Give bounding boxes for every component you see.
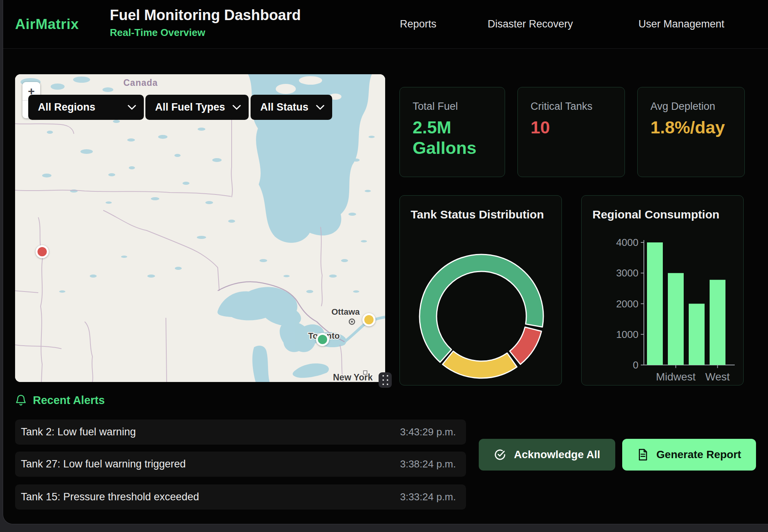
generate-report-label: Generate Report [656, 448, 741, 461]
stat-card-avg-depletion: Avg Depletion 1.8%/day [637, 87, 745, 177]
fuel-map[interactable]: Canada Toronto Ottawa New York + − All R… [15, 74, 385, 382]
map-label-canada: Canada [123, 78, 158, 88]
stat-label: Avg Depletion [650, 101, 744, 113]
tank-status-donut-chart [400, 196, 562, 386]
fuel-type-filter-dropdown[interactable]: All Fuel Types [145, 95, 249, 120]
alert-row: Tank 15: Pressure threshold exceeded 3:3… [15, 484, 466, 510]
page-title: Fuel Monitoring Dashboard [110, 7, 301, 24]
tank-marker-critical[interactable] [36, 245, 49, 258]
stat-card-total-fuel: Total Fuel 2.5M Gallons [399, 87, 505, 177]
stat-label: Critical Tanks [531, 101, 625, 113]
map-label-new-york: New York [333, 372, 373, 382]
stat-value: 1.8%/day [650, 117, 728, 138]
bar-region-3 [710, 280, 725, 365]
tank-marker-warning[interactable] [362, 313, 375, 326]
svg-text:4000: 4000 [616, 237, 638, 248]
alert-row: Tank 2: Low fuel warning 3:43:29 p.m. [15, 419, 466, 445]
svg-text:3000: 3000 [616, 267, 638, 279]
svg-text:Midwest: Midwest [656, 371, 696, 383]
recent-alerts-header: Recent Alerts [15, 394, 105, 407]
region-filter-dropdown[interactable]: All Regions [28, 95, 144, 120]
page-title-block: Fuel Monitoring Dashboard Real-Time Over… [110, 7, 301, 39]
donut-segment-critical [510, 327, 541, 364]
stat-label: Total Fuel [413, 101, 505, 113]
dashboard-app: AirMatrix Fuel Monitoring Dashboard Real… [3, 0, 768, 524]
alert-time: 3:43:29 p.m. [400, 426, 456, 438]
alert-text: Tank 27: Low fuel warning triggered [21, 458, 186, 470]
top-bar: AirMatrix Fuel Monitoring Dashboard Real… [3, 0, 768, 49]
fuel-type-filter-value: All Fuel Types [155, 101, 225, 113]
alert-text: Tank 2: Low fuel warning [21, 426, 136, 438]
alert-text: Tank 15: Pressure threshold exceeded [21, 491, 199, 503]
status-filter-value: All Status [260, 101, 309, 113]
recent-alerts-title: Recent Alerts [33, 394, 105, 407]
alert-row: Tank 27: Low fuel warning triggered 3:38… [15, 452, 466, 477]
check-circle-icon [494, 448, 506, 461]
donut-segment-warning [442, 351, 517, 378]
generate-report-button[interactable]: Generate Report [622, 439, 756, 471]
page-subtitle: Real-Time Overview [110, 27, 301, 39]
alert-time: 3:33:24 p.m. [400, 491, 456, 503]
tank-status-chart-card: Tank Status Distribution [399, 195, 562, 385]
svg-text:2000: 2000 [616, 298, 638, 310]
document-icon [637, 448, 649, 461]
nav-disaster-recovery[interactable]: Disaster Recovery [488, 0, 573, 48]
svg-text:West: West [705, 371, 730, 383]
chevron-down-icon [232, 105, 241, 110]
region-filter-value: All Regions [38, 101, 96, 113]
acknowledge-all-label: Acknowledge All [514, 448, 600, 461]
status-filter-dropdown[interactable]: All Status [251, 95, 332, 120]
chevron-down-icon [128, 105, 136, 110]
svg-text:0: 0 [633, 359, 638, 371]
stat-card-critical-tanks: Critical Tanks 10 [517, 87, 625, 177]
bar-region-1 [668, 273, 684, 365]
tank-marker-normal[interactable] [316, 333, 329, 346]
bar-region-2 [689, 304, 705, 365]
stat-value: 10 [531, 117, 608, 138]
map-label-ottawa: Ottawa [331, 307, 360, 317]
alert-time: 3:38:24 p.m. [400, 458, 456, 470]
map-canvas: Canada Toronto Ottawa New York [15, 74, 385, 382]
nav-reports[interactable]: Reports [400, 0, 437, 48]
stat-value: 2.5M Gallons [413, 117, 490, 158]
svg-text:1000: 1000 [616, 329, 638, 340]
map-resize-handle[interactable] [379, 372, 392, 388]
chevron-down-icon [316, 105, 324, 110]
regional-consumption-bar-chart: 01000200030004000MidwestWest [582, 196, 744, 386]
acknowledge-all-button[interactable]: Acknowledge All [479, 439, 615, 471]
bar-region-0 [647, 242, 663, 365]
bell-icon [15, 394, 27, 407]
regional-consumption-chart-card: Regional Consumption 01000200030004000Mi… [581, 195, 744, 385]
app-logo: AirMatrix [15, 0, 79, 48]
nav-user-management[interactable]: User Management [638, 0, 724, 48]
